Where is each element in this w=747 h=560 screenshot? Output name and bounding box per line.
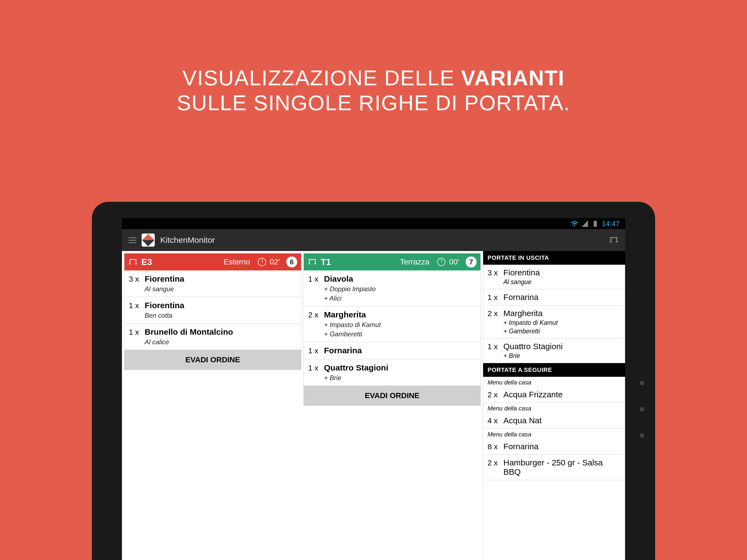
status-bar: 14:47 (122, 218, 625, 229)
order-card: E3 Esterno 02' 6 3 xFiorentina Al sangue… (124, 253, 301, 370)
sidebar-variant: + Gamberetti (488, 327, 621, 335)
tablet-frame: 14:47 KitchenMonitor E3 Esterno 02' 6 3 … (92, 202, 655, 560)
sidebar-item[interactable]: 2 xAcqua Frizzante (483, 387, 625, 403)
item-variant: + Gamberetti (308, 329, 476, 338)
item-variant: + Brie (308, 373, 476, 382)
item-qty: 1 x (129, 328, 143, 337)
item-qty: 2 x (308, 311, 322, 320)
sidebar-name: Fiorentina (504, 268, 540, 277)
clock-icon (258, 258, 266, 266)
sidebar-qty: 1 x (488, 293, 501, 302)
item-qty: 3 x (129, 275, 143, 284)
status-time: 14:47 (602, 220, 620, 228)
table-layout-icon[interactable] (609, 235, 618, 245)
order-item[interactable]: 1 xFornarina (304, 342, 481, 359)
order-item[interactable]: 1 xQuattro Stagioni + Brie (304, 359, 481, 386)
order-item[interactable]: 1 xBrunello di Montalcino Al calice (124, 324, 301, 350)
item-variant: Ben cotta (129, 310, 297, 320)
item-qty: 1 x (308, 275, 322, 284)
item-name: Fiorentina (145, 301, 184, 310)
sidebar-name: Margherita (504, 309, 542, 318)
order-item[interactable]: 1 xFiorentina Ben cotta (124, 297, 301, 324)
sidebar-header-uscita: PORTATE IN USCITA (483, 251, 625, 265)
item-qty: 1 x (129, 301, 143, 310)
sidebar-qty: 2 x (488, 390, 501, 399)
order-header[interactable]: T1 Terrazza 00' 7 (304, 253, 481, 271)
item-variant: + Doppio Impasto (308, 284, 476, 293)
sidebar-item[interactable]: 4 xAcqua Nat (483, 413, 625, 429)
table-code: T1 (321, 257, 331, 267)
order-item[interactable]: 1 xDiavola + Doppio Impasto+ Alici (304, 271, 481, 306)
count-badge: 6 (286, 256, 297, 268)
tablet-button-dot (640, 407, 644, 411)
table-icon (308, 258, 317, 266)
order-item[interactable]: 2 xMargherita + Impasto di Kamut+ Gamber… (304, 306, 481, 342)
sidebar-qty: 2 x (488, 309, 501, 318)
sidebar-header-seguire: PORTATE A SEGUIRE (483, 363, 625, 377)
sidebar-qty: 2 x (488, 459, 501, 467)
app-bar: KitchenMonitor (122, 229, 625, 251)
item-name: Margherita (324, 310, 366, 320)
tablet-screen: 14:47 KitchenMonitor E3 Esterno 02' 6 3 … (122, 218, 625, 560)
sidebar-name: Quattro Stagioni (504, 342, 563, 351)
item-qty: 1 x (308, 364, 322, 373)
signal-icon (581, 220, 589, 228)
app-logo (141, 233, 155, 247)
table-area: Terrazza (400, 258, 429, 266)
sidebar-item[interactable]: 8 xFornarina (483, 439, 625, 455)
tablet-camera-dot (640, 381, 644, 385)
sidebar-name: Fornarina (504, 442, 538, 451)
menu-label: Menu della casa (483, 377, 625, 387)
order-item[interactable]: 3 xFiorentina Al sangue (124, 271, 301, 297)
sidebar-variant: + Brie (488, 351, 621, 360)
battery-icon (591, 220, 599, 228)
item-variant: Al sangue (129, 284, 297, 293)
sidebar-item[interactable]: 1 xFornarina (483, 289, 625, 305)
tablet-button-dot (640, 433, 644, 438)
sidebar-variant: Al sangue (488, 277, 621, 286)
item-qty: 1 x (308, 347, 322, 355)
sidebar-variant: + Impasto di Kamut (488, 318, 621, 327)
sidebar-qty: 8 x (488, 442, 501, 451)
content-area: E3 Esterno 02' 6 3 xFiorentina Al sangue… (122, 251, 625, 560)
item-variant: + Alici (308, 293, 476, 302)
sidebar-qty: 1 x (488, 342, 501, 351)
item-name: Fiorentina (145, 274, 184, 284)
sidebar: PORTATE IN USCITA 3 xFiorentina Al sangu… (483, 251, 625, 560)
sidebar-name: Hamburger - 250 gr - Salsa BBQ (504, 458, 621, 477)
table-area: Esterno (224, 258, 250, 266)
sidebar-item[interactable]: 2 xMargherita + Impasto di Kamut+ Gamber… (483, 305, 625, 338)
sidebar-name: Fornarina (504, 292, 538, 302)
menu-label: Menu della casa (483, 429, 625, 439)
item-variant: Al calice (129, 337, 297, 346)
sidebar-name: Acqua Nat (504, 416, 542, 425)
evadi-ordine-button[interactable]: EVADI ORDINE (304, 386, 481, 406)
item-name: Diavola (324, 274, 353, 284)
sidebar-item[interactable]: 2 xHamburger - 250 gr - Salsa BBQ (483, 455, 625, 480)
order-header[interactable]: E3 Esterno 02' 6 (124, 253, 301, 271)
orders-column: E3 Esterno 02' 6 3 xFiorentina Al sangue… (122, 251, 483, 560)
count-badge: 7 (466, 256, 476, 268)
table-icon (128, 258, 137, 266)
item-name: Quattro Stagioni (324, 363, 388, 373)
menu-icon[interactable] (129, 237, 136, 243)
clock-icon (437, 258, 445, 266)
evadi-ordine-button[interactable]: EVADI ORDINE (124, 350, 301, 370)
app-title: KitchenMonitor (160, 235, 215, 245)
sidebar-qty: 4 x (488, 416, 501, 425)
table-code: E3 (141, 257, 152, 267)
order-card: T1 Terrazza 00' 7 1 xDiavola + Doppio Im… (304, 253, 481, 406)
sidebar-item[interactable]: 1 xQuattro Stagioni + Brie (483, 338, 625, 363)
timer-value: 02' (270, 258, 280, 266)
item-name: Fornarina (324, 346, 362, 355)
sidebar-item[interactable]: 3 xFiorentina Al sangue (483, 265, 625, 289)
item-variant: + Impasto di Kamut (308, 320, 476, 329)
wifi-icon (571, 220, 578, 228)
timer-value: 00' (449, 258, 459, 266)
item-name: Brunello di Montalcino (145, 327, 233, 337)
menu-label: Menu della casa (483, 403, 625, 413)
sidebar-name: Acqua Frizzante (504, 390, 563, 399)
sidebar-qty: 3 x (488, 269, 501, 277)
promo-headline: VISUALIZZAZIONE DELLE VARIANTI SULLE SIN… (0, 0, 747, 116)
